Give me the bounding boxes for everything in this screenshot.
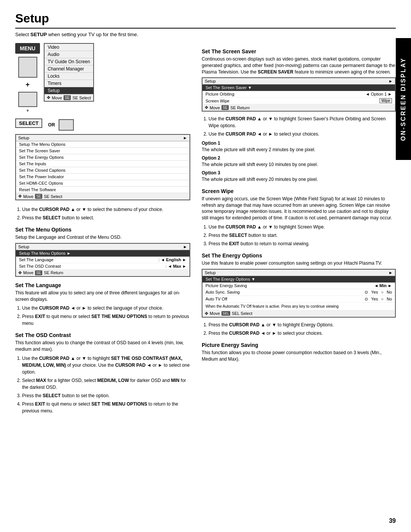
plus-sign: + bbox=[25, 81, 30, 89]
main-content: MENU + ▼ Video Audio bbox=[15, 43, 396, 417]
menu-table: Video Audio TV Guide On Screen Channel M… bbox=[45, 44, 93, 94]
energy-options-header: Set The Energy Options bbox=[202, 252, 396, 259]
menu-button: MENU bbox=[15, 43, 40, 54]
remote-alt-box bbox=[59, 119, 74, 131]
language-header: Set The Language bbox=[15, 282, 190, 288]
remote-small-box bbox=[18, 92, 37, 107]
menu-row-setup: Setup bbox=[45, 87, 93, 94]
tv-screen-box bbox=[18, 57, 37, 78]
intro-text: Select SETUP when setting your TV up for… bbox=[15, 32, 396, 37]
tvoff-yes-radio bbox=[365, 297, 368, 302]
energy-osd-header: Setup ► bbox=[202, 270, 395, 276]
screen-wipe-header: Screen Wipe bbox=[202, 188, 396, 194]
setup-submenu-box: Setup ► Setup The Menu Options Set The S… bbox=[15, 134, 190, 200]
setup-submenu-header: Setup ► bbox=[16, 135, 190, 141]
option3-label: Option 3 bbox=[202, 170, 396, 176]
energy-osd-subheader: Set The Energy Options ▼ bbox=[202, 276, 395, 283]
or-label: OR bbox=[48, 122, 55, 128]
osd-contrast-text: This function allows you to change the c… bbox=[15, 340, 190, 353]
osd-row-osd-contrast: Set The OSD Contrast : ◄ Max ► bbox=[16, 263, 190, 270]
ss-instructions: Use the CURSOR PAD ▲ or ▼ to highlight S… bbox=[209, 115, 396, 137]
picture-energy-header: Picture Energy Saving bbox=[202, 342, 396, 348]
menu-footer: ✥ Move SE SE Select bbox=[45, 94, 93, 101]
menu-row-video: Video bbox=[45, 44, 93, 51]
submenu-row-energy-options: Set The Energy Options bbox=[16, 154, 190, 161]
energy-osd-box: Setup ► Set The Energy Options ▼ Picture… bbox=[202, 269, 396, 318]
energy-instructions: Press the CURSOR PAD ▲ or ▼ to highlight… bbox=[209, 321, 396, 337]
language-text: This feature will allow you to select an… bbox=[15, 290, 190, 303]
page-title: Setup bbox=[15, 11, 396, 29]
screen-saver-intro: Continuous on-screen displays such as vi… bbox=[202, 56, 396, 75]
screen-saver-header: Set The Screen Saver bbox=[202, 48, 396, 54]
menu-row-locks: Locks bbox=[45, 73, 93, 80]
submenu-row-menu-options: Setup The Menu Options bbox=[16, 141, 190, 148]
submenu-row-hdmi-cec: Set HDMI-CEC Options bbox=[16, 180, 190, 187]
menu-options-osd-box: Setup ► Setup The Menu Options ► Set The… bbox=[15, 243, 190, 277]
option3-text: The whole picture will shift every 20 mi… bbox=[202, 176, 396, 183]
ss-osd-footer: ✥ Move SE SE Return bbox=[202, 104, 395, 111]
menu-row-timers: Timers bbox=[45, 80, 93, 87]
option2-label: Option 2 bbox=[202, 155, 396, 161]
sync-yes-radio bbox=[365, 290, 368, 295]
tvoff-radio-group: Yes No bbox=[365, 297, 392, 302]
ss-osd-subheader: Set The Screen Saver ▼ bbox=[202, 85, 395, 91]
screen-wipe-instructions: Use the CURSOR PAD ▲ or ▼ to highlight S… bbox=[209, 224, 396, 247]
option2-text: The whole picture will shift every 10 mi… bbox=[202, 161, 396, 168]
setup-submenu-footer: ✥ Move SE SE Select bbox=[16, 193, 190, 200]
menu-row-tvguide: TV Guide On Screen bbox=[45, 58, 93, 66]
left-column: MENU + ▼ Video Audio bbox=[15, 43, 190, 417]
osd-row-language: Set The Language : ◄ English ► bbox=[16, 257, 190, 263]
screen-wipe-text: If uneven aging occurs, use the Screen W… bbox=[202, 196, 396, 221]
submenu-row-screen-saver: Set The Screen Saver bbox=[16, 148, 190, 154]
menu-options-header: Set The Menu Options bbox=[15, 227, 190, 233]
submenu-row-power-indicator: Set The Power Indicator bbox=[16, 174, 190, 180]
energy-row-sync: Auto Sync. Saving Yes No bbox=[202, 289, 395, 296]
submenu-row-reset: Reset The Software bbox=[16, 187, 190, 193]
page-container: ON-SCREEN DISPLAY Setup Select SETUP whe… bbox=[0, 0, 411, 532]
picture-energy-text: This function allows you to choose power… bbox=[202, 350, 396, 363]
energy-row-tvoff: Auto TV Off Yes No bbox=[202, 296, 395, 303]
menu-row-audio: Audio bbox=[45, 51, 93, 58]
sidebar-label: ON-SCREEN DISPLAY bbox=[396, 38, 411, 160]
menu-remote: MENU + ▼ bbox=[15, 43, 40, 113]
ss-row-orbiting: Picture Orbiting ◄ Option 1 ► bbox=[202, 91, 395, 97]
or-section: SELECT OR bbox=[15, 118, 190, 131]
sync-radio-group: Yes No bbox=[365, 290, 392, 295]
option1-text: The whole picture will shift every 2 min… bbox=[202, 147, 396, 153]
option1-label: Option 1 bbox=[202, 141, 396, 146]
energy-footer: ✥ Move SEL SEL Select bbox=[202, 310, 395, 317]
osd-subheader-row: Setup The Menu Options ► bbox=[16, 250, 190, 257]
submenu-row-inputs: Set The Inputs bbox=[16, 161, 190, 167]
osd-footer: ✥ Move SE SE Return bbox=[16, 270, 190, 276]
sel-badge: SEL bbox=[221, 311, 230, 316]
energy-options-text: Use this feature to enable power consump… bbox=[202, 260, 396, 267]
energy-row-saving: Picture Energy Saving ◄ Min ► bbox=[202, 283, 395, 289]
menu-illustration: MENU + ▼ Video Audio bbox=[15, 43, 190, 113]
language-instructions: Use the CURSOR PAD ◄ or ► to select the … bbox=[22, 305, 190, 327]
ss-osd-header: Setup ► bbox=[202, 78, 395, 85]
menu-table-box: Video Audio TV Guide On Screen Channel M… bbox=[44, 43, 94, 102]
ss-row-wipe: Screen Wipe Wipe bbox=[202, 97, 395, 104]
remote-triangle: ▼ bbox=[26, 109, 30, 113]
menu-options-text: Setup the Language and Contrast of the M… bbox=[15, 234, 190, 241]
sync-no-radio bbox=[381, 290, 384, 294]
page-number: 39 bbox=[389, 518, 396, 524]
intro-instructions: Use the CURSOR PAD ▲ or ▼ to select the … bbox=[22, 206, 190, 221]
submenu-row-closed-captions: Set The Closed Captions bbox=[16, 167, 190, 174]
screen-saver-osd-box: Setup ► Set The Screen Saver ▼ Picture O… bbox=[202, 77, 396, 112]
energy-note: When the Automatic TV Off feature is act… bbox=[202, 303, 395, 310]
select-button: SELECT bbox=[15, 118, 42, 128]
menu-row-channel: Channel Manager bbox=[45, 66, 93, 73]
osd-contrast-instructions: Use the CURSOR PAD ▲ or ▼ to highlight S… bbox=[22, 355, 190, 414]
osd-contrast-header: Set The OSD Contrast bbox=[15, 332, 190, 338]
osd-header: Setup ► bbox=[16, 244, 190, 250]
tvoff-no-radio bbox=[381, 297, 384, 301]
right-column: Set The Screen Saver Continuous on-scree… bbox=[202, 43, 396, 417]
